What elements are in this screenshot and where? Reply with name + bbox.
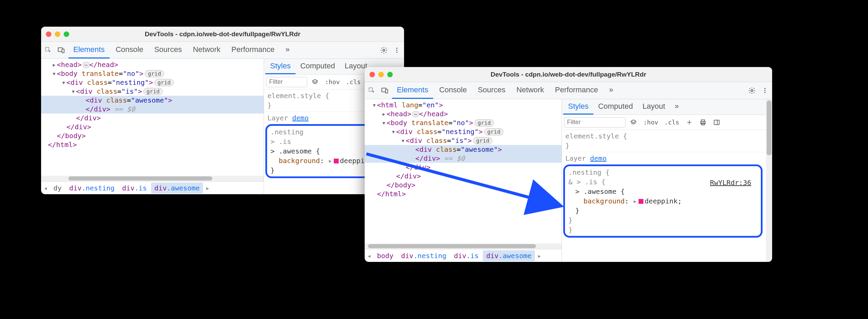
crumb-prev[interactable]: ◂ [365,252,373,260]
svg-point-4 [396,48,397,49]
minimize-icon[interactable] [378,72,384,77]
grid-badge[interactable]: grid [484,128,504,135]
grid-badge[interactable]: grid [475,119,494,127]
hov-toggle[interactable]: :hov [641,119,660,126]
tab-network[interactable]: Network [188,42,225,58]
crumb-body[interactable]: dy [50,183,65,194]
device-toggle-icon[interactable] [55,44,67,56]
tab-computed[interactable]: Computed [593,99,638,115]
tab-performance[interactable]: Performance [227,42,279,58]
svg-rect-7 [369,88,373,91]
svg-point-11 [764,88,765,89]
crumb-awesome[interactable]: div.awesome [483,250,535,261]
layer-label[interactable]: Layer demo [562,152,772,163]
traffic-lights [46,31,69,37]
window-title: DevTools - cdpn.io/web-dot-dev/fullpage/… [365,71,772,78]
crumb-nesting[interactable]: div.nesting [66,183,118,194]
settings-icon[interactable] [378,44,390,56]
breadcrumb: ◂ dy div.nesting div.is div.awesome ▸ [41,181,264,194]
svg-rect-17 [714,120,719,124]
styles-tabs: Styles Computed Layout » [562,99,772,115]
dom-tree[interactable]: ▾<html lang="en"> ▸<head>⋯</head> ▾<body… [365,99,562,243]
styles-filter-row: :hov .cls [562,115,772,130]
device-toggle-icon[interactable] [379,85,391,96]
titlebar[interactable]: DevTools - cdpn.io/web-dot-dev/fullpage/… [365,67,772,82]
horizontal-scrollbar[interactable] [365,243,562,249]
dom-tree[interactable]: ▸<head>⋯</head> ▾<body translate="no">gr… [41,59,264,176]
tab-elements[interactable]: Elements [68,42,110,58]
inspect-icon[interactable] [42,44,54,56]
crumb-next[interactable]: ▸ [204,184,211,192]
cls-toggle[interactable]: .cls [662,119,681,126]
svg-point-6 [396,52,397,53]
tab-styles[interactable]: Styles [265,59,295,74]
css-rule-nested[interactable]: RwYLRdr:36 .nesting { & > .is { > .aweso… [565,166,761,236]
horizontal-scrollbar[interactable] [41,176,264,181]
dom-node-awesome[interactable]: <div class="awesome"> [365,145,562,154]
crumb-body[interactable]: body [374,250,397,261]
window-title: DevTools - cdpn.io/web-dot-dev/fullpage/… [41,30,404,38]
crumb-next[interactable]: ▸ [536,252,543,260]
settings-icon[interactable] [746,85,758,96]
ellipsis-badge[interactable]: ⋯ [413,111,419,117]
inspect-icon[interactable] [366,85,378,96]
source-link[interactable]: RwYLRdr:36 [710,178,751,187]
element-style-rule[interactable]: element.style { } [562,130,772,152]
grid-badge[interactable]: grid [473,137,493,144]
styles-tabs-more[interactable]: » [670,99,684,115]
tab-performance[interactable]: Performance [550,82,603,99]
tab-styles[interactable]: Styles [563,99,593,115]
color-swatch[interactable] [334,159,339,163]
ellipsis-badge[interactable]: ⋯ [83,62,89,68]
highlighted-rule-after: RwYLRdr:36 .nesting { & > .is { > .aweso… [563,164,763,238]
grid-badge[interactable]: grid [143,88,163,95]
layer-link[interactable]: demo [590,154,606,162]
color-swatch[interactable] [639,199,643,204]
crumb-nesting[interactable]: div.nesting [398,250,450,261]
grid-badge[interactable]: grid [145,70,164,77]
layers-icon[interactable] [628,117,639,128]
svg-point-3 [383,49,385,51]
crumb-awesome[interactable]: div.awesome [151,183,203,194]
svg-rect-9 [386,89,388,93]
tab-network[interactable]: Network [512,82,549,99]
panel-icon[interactable] [711,117,722,128]
tabs-more[interactable]: » [281,42,294,58]
maximize-icon[interactable] [64,31,69,37]
close-icon[interactable] [369,72,375,77]
tab-console[interactable]: Console [435,82,472,99]
plus-icon[interactable] [683,117,695,128]
tab-computed[interactable]: Computed [295,59,340,74]
grid-badge[interactable]: grid [154,79,174,86]
tab-elements[interactable]: Elements [392,82,433,99]
tab-layout[interactable]: Layout [638,99,670,115]
breadcrumb: ◂ body div.nesting div.is div.awesome ▸ [365,249,562,262]
crumb-is[interactable]: div.is [451,250,482,261]
tab-console[interactable]: Console [111,42,148,58]
layers-icon[interactable] [309,76,321,88]
hov-toggle[interactable]: :hov [323,78,342,85]
maximize-icon[interactable] [387,72,393,77]
devtools-window-after: DevTools - cdpn.io/web-dot-dev/fullpage/… [365,67,772,262]
filter-input[interactable] [266,77,307,87]
filter-input[interactable] [564,117,626,128]
crumb-prev[interactable]: ◂ [42,184,49,192]
kebab-icon[interactable] [759,85,771,96]
svg-rect-2 [62,49,64,53]
cls-toggle[interactable]: .cls [344,78,363,85]
titlebar[interactable]: DevTools - cdpn.io/web-dot-dev/fullpage/… [41,27,404,42]
layer-link[interactable]: demo [292,114,309,122]
devtools-window-before: DevTools - cdpn.io/web-dot-dev/fullpage/… [41,27,404,194]
tab-sources[interactable]: Sources [149,42,187,58]
tab-sources[interactable]: Sources [473,82,510,99]
vertical-scrollbar[interactable] [766,99,772,262]
kebab-icon[interactable] [391,44,403,56]
minimize-icon[interactable] [55,31,60,37]
print-icon[interactable] [697,117,709,128]
svg-point-10 [751,90,753,92]
tabs-more[interactable]: » [604,82,618,99]
styles-pane: Styles Computed Layout » :hov .cls eleme… [562,99,772,262]
close-icon[interactable] [46,31,51,37]
crumb-is[interactable]: div.is [119,183,150,194]
dom-node-awesome[interactable]: <div class="awesome"> [41,96,264,105]
